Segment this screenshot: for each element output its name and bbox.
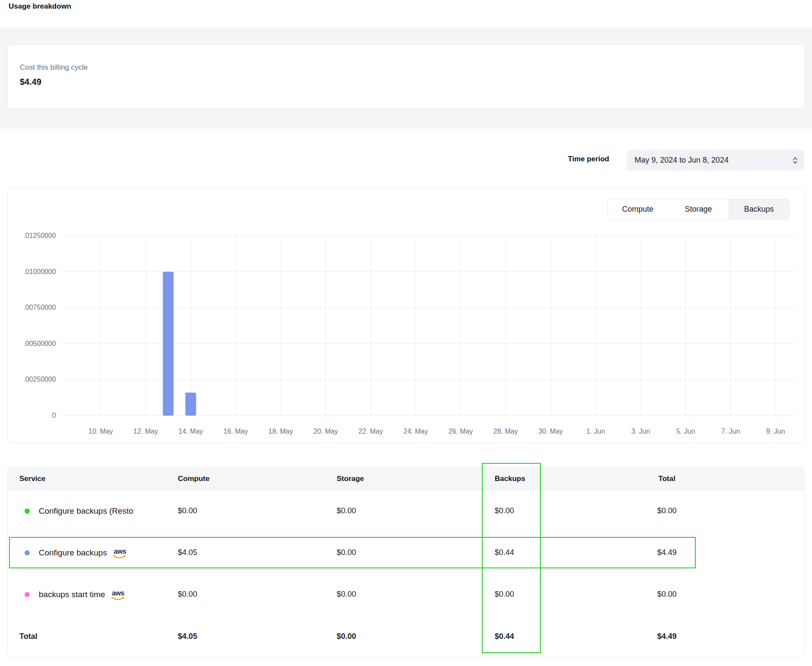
axis-tick-label: .00250000 [23, 376, 56, 383]
column-header-service: Service [19, 467, 46, 490]
cell-compute: $0.00 [178, 490, 197, 532]
billing-cost-value: $4.49 [20, 77, 41, 87]
table-header-row: ServiceComputeStorageBackupsTotal [8, 467, 804, 490]
backups-bar-chart: .01250000.01000000.00750000.00500000.002… [8, 188, 805, 444]
aws-logo-icon: aws [111, 590, 125, 601]
cell-storage: $0.00 [337, 574, 356, 615]
billing-cost-label: Cost this billing cycle [20, 63, 88, 72]
axis-tick-label: 28. May [493, 428, 518, 435]
cell-storage: $0.00 [337, 615, 356, 657]
column-header-compute: Compute [178, 467, 210, 490]
cell-compute: $0.00 [178, 574, 197, 615]
chevron-up-down-icon [792, 156, 798, 165]
series-dot-icon [25, 592, 30, 597]
axis-tick-label: 10. May [89, 428, 113, 435]
service-name: backups start time [39, 590, 105, 599]
column-header-storage: Storage [337, 467, 364, 490]
axis-tick-label: 20. May [313, 428, 338, 435]
axis-tick-label: 16. May [223, 428, 248, 435]
table-row-2: Configure backupsaws$4.05$0.00$0.44$4.49 [8, 532, 804, 574]
table-row-1: Configure backups (Resto$0.00$0.00$0.00$… [8, 490, 804, 532]
time-period-label: Time period [508, 155, 609, 163]
axis-tick-label: 14. May [179, 428, 203, 435]
service-name: Configure backups (Resto [39, 506, 133, 516]
axis-tick-label: .00750000 [23, 304, 56, 311]
axis-tick-label: 7. Jun [721, 428, 740, 435]
cell-backups: $0.00 [495, 490, 514, 532]
axis-tick-label: 0 [52, 412, 56, 419]
axis-tick-label: 5. Jun [676, 428, 695, 435]
service-name: Configure backups [39, 548, 107, 558]
axis-tick-label: 22. May [359, 428, 383, 435]
time-period-value: May 9, 2024 to Jun 8, 2024 [635, 156, 728, 165]
axis-tick-label: .01000000 [23, 268, 56, 275]
summary-section: Cost this billing cycle $4.49 [0, 28, 812, 129]
bar-14-may [186, 392, 196, 416]
billing-cost-card: Cost this billing cycle $4.49 [7, 44, 805, 109]
cell-storage: $0.00 [337, 490, 356, 532]
axis-tick-label: 9. Jun [766, 428, 785, 435]
cell-backups: $0.44 [495, 615, 514, 657]
total-row-label: Total [19, 615, 37, 657]
axis-tick-label: 3. Jun [631, 428, 650, 435]
cell-total: $4.49 [541, 532, 793, 574]
cell-total: $0.00 [541, 574, 793, 615]
table-total-row: Total$4.05$0.00$0.44$4.49 [8, 615, 804, 657]
axis-tick-label: .00500000 [23, 340, 56, 347]
cell-storage: $0.00 [337, 532, 356, 574]
axis-tick-label: 18. May [269, 428, 293, 435]
axis-tick-label: .01250000 [23, 232, 56, 239]
aws-logo-icon: aws [113, 548, 127, 559]
cell-total: $4.49 [541, 615, 793, 657]
axis-tick-label: 26. May [449, 428, 473, 435]
cell-compute: $4.05 [178, 615, 197, 657]
axis-tick-label: 1. Jun [586, 428, 605, 435]
cell-backups: $0.44 [495, 532, 514, 574]
usage-chart-card: ComputeStorageBackups .01250000.01000000… [7, 188, 805, 443]
series-dot-icon [25, 550, 30, 555]
usage-table: ServiceComputeStorageBackupsTotal Config… [7, 467, 805, 657]
page-title: Usage breakdown [9, 2, 71, 11]
time-period-select[interactable]: May 9, 2024 to Jun 8, 2024 [627, 150, 804, 171]
axis-tick-label: 12. May [133, 428, 158, 435]
series-dot-icon [25, 509, 30, 514]
cell-compute: $4.05 [178, 532, 197, 574]
cell-total: $0.00 [541, 490, 793, 532]
column-header-backups: Backups [495, 467, 525, 490]
table-row-3: backups start timeaws$0.00$0.00$0.00$0.0… [8, 574, 804, 615]
axis-tick-label: 30. May [539, 428, 563, 435]
axis-tick-label: 24. May [403, 428, 428, 435]
column-header-total: Total [541, 467, 793, 490]
bar-13-may [163, 272, 174, 416]
cell-backups: $0.00 [495, 574, 514, 615]
